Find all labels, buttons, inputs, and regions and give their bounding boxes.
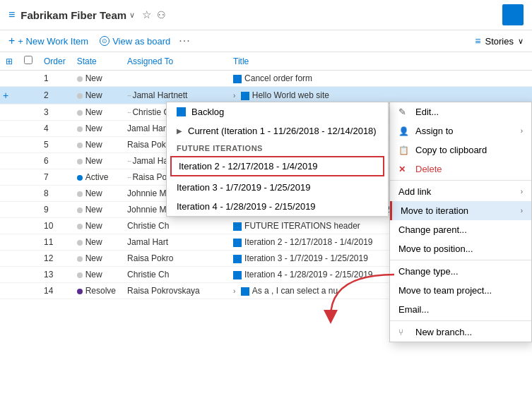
row-assigned [122, 71, 227, 87]
row-order: 5 [38, 137, 71, 153]
row-order: 1 [38, 71, 71, 87]
context-menu: ✎ Edit... 👤 Assign to › 📋 Copy to clipbo… [389, 102, 532, 342]
move-to-iteration-menu-item[interactable]: Move to iteration › [390, 201, 531, 220]
row-add-cell [0, 71, 18, 87]
row-add-cell [0, 218, 18, 234]
view-as-board-button[interactable]: ⊙ View as board [100, 36, 170, 47]
row-state: Active [71, 169, 122, 186]
favorite-star-icon[interactable]: ☆ [142, 8, 151, 21]
email-menu-item[interactable]: Email... [390, 300, 531, 319]
assign-icon: 👤 [398, 126, 410, 136]
move-iteration-submenu: Backlog ▶ Current (Iteration 1 - 11/26/2… [166, 102, 389, 217]
header-avatar [502, 4, 524, 25]
row-order: 7 [38, 169, 71, 186]
row-state: New [71, 104, 122, 121]
row-state: New [71, 121, 122, 137]
assign-menu-item[interactable]: 👤 Assign to › [390, 121, 531, 140]
iteration2-submenu-item[interactable]: Iteration 2 - 12/17/2018 - 1/4/2019 [170, 156, 384, 176]
row-assigned: Christie Ch [122, 267, 227, 283]
col-title-header: Title [227, 52, 532, 71]
row-order: 10 [38, 218, 71, 234]
toolbar: + + New Work Item ⊙ View as board ··· ≡ … [0, 30, 532, 52]
backlog-grid-icon [177, 107, 186, 116]
stories-chevron-icon[interactable]: ∨ [518, 37, 524, 46]
row-order: 11 [38, 234, 71, 251]
row-state: New [71, 186, 122, 202]
header: ≡ Fabrikam Fiber Team ∨ ☆ ⚇ [0, 0, 532, 30]
row-checkbox-cell[interactable] [18, 169, 38, 186]
copy-menu-item[interactable]: 📋 Copy to clipboard [390, 140, 531, 160]
col-state-header: State [71, 52, 122, 71]
row-add-cell [0, 153, 18, 169]
row-state: New [71, 71, 122, 87]
move-team-project-menu-item[interactable]: Move to team project... [390, 281, 531, 300]
row-add-cell [0, 186, 18, 202]
row-assigned: Raisa Pokrovskaya [122, 283, 227, 299]
row-checkbox-cell[interactable] [18, 71, 38, 87]
row-state: Resolve [71, 283, 122, 299]
row-add-cell [0, 234, 18, 251]
row-checkbox-cell[interactable] [18, 283, 38, 299]
new-work-item-button[interactable]: + + New Work Item [8, 35, 88, 47]
new-branch-menu-item[interactable]: ⑂ New branch... [390, 323, 531, 342]
col-add[interactable]: ⊞ [0, 52, 18, 71]
col-order-header: Order [38, 52, 71, 71]
row-checkbox-cell[interactable] [18, 153, 38, 169]
row-add-cell: + [0, 87, 18, 104]
delete-menu-item[interactable]: ✕ Delete [390, 160, 531, 179]
row-checkbox-cell[interactable] [18, 137, 38, 153]
change-type-menu-item[interactable]: Change type... [390, 262, 531, 281]
row-add-cell [0, 251, 18, 267]
edit-menu-item[interactable]: ✎ Edit... [390, 102, 531, 121]
row-order: 12 [38, 251, 71, 267]
backlog-submenu-item[interactable]: Backlog [167, 102, 388, 121]
table-row: 1 New Cancel order form [0, 71, 532, 87]
row-state: New [71, 267, 122, 283]
plus-icon: + [8, 35, 15, 47]
stories-icon: ≡ [475, 35, 480, 47]
add-link-menu-item[interactable]: Add link › [390, 182, 531, 201]
row-state: New [71, 137, 122, 153]
row-assigned: Raisa Pokro [122, 251, 227, 267]
current-arrow-icon: ▶ [177, 127, 182, 135]
current-iteration-submenu-item[interactable]: ▶ Current (Iteration 1 - 11/26/2018 - 12… [167, 121, 388, 140]
row-add-cell [0, 104, 18, 121]
row-checkbox-cell[interactable] [18, 121, 38, 137]
add-link-arrow-icon: › [521, 188, 523, 196]
row-checkbox-cell[interactable] [18, 202, 38, 218]
edit-icon: ✎ [398, 107, 410, 117]
change-parent-menu-item[interactable]: Change parent... [390, 220, 531, 239]
row-checkbox-cell[interactable] [18, 186, 38, 202]
row-checkbox-cell[interactable] [18, 104, 38, 121]
row-add-cell [0, 137, 18, 153]
row-checkbox-cell[interactable] [18, 267, 38, 283]
row-order: 8 [38, 186, 71, 202]
iteration3-submenu-item[interactable]: Iteration 3 - 1/7/2019 - 1/25/2019 [167, 178, 388, 197]
row-state: New [71, 202, 122, 218]
col-checkbox[interactable] [18, 52, 38, 71]
row-order: 2 [38, 87, 71, 104]
iteration4-submenu-item[interactable]: Iteration 4 - 1/28/2019 - 2/15/2019 [167, 197, 388, 216]
members-icon[interactable]: ⚇ [157, 9, 166, 20]
row-add-cell [0, 169, 18, 186]
team-chevron-icon[interactable]: ∨ [129, 11, 135, 20]
team-title[interactable]: Fabrikam Fiber Team [20, 9, 126, 21]
row-checkbox-cell[interactable] [18, 251, 38, 267]
row-assigned: Jamal Hart [122, 234, 227, 251]
row-add-cell [0, 202, 18, 218]
future-iterations-header: FUTURE ITERATIONS [167, 140, 388, 155]
move-to-position-menu-item[interactable]: Move to position... [390, 239, 531, 258]
row-state: New [71, 153, 122, 169]
row-checkbox-cell[interactable] [18, 87, 38, 104]
row-checkbox-cell[interactable] [18, 234, 38, 251]
row-assigned: Christie Ch [122, 218, 227, 234]
stories-label[interactable]: Stories [485, 36, 514, 47]
row-checkbox-cell[interactable] [18, 218, 38, 234]
more-options-icon[interactable]: ··· [179, 35, 190, 47]
branch-icon: ⑂ [398, 327, 410, 337]
row-order: 6 [38, 153, 71, 169]
row-title: Cancel order form [227, 71, 532, 87]
row-order: 14 [38, 283, 71, 299]
header-menu-icon: ≡ [8, 8, 15, 21]
row-add-cell [0, 267, 18, 283]
